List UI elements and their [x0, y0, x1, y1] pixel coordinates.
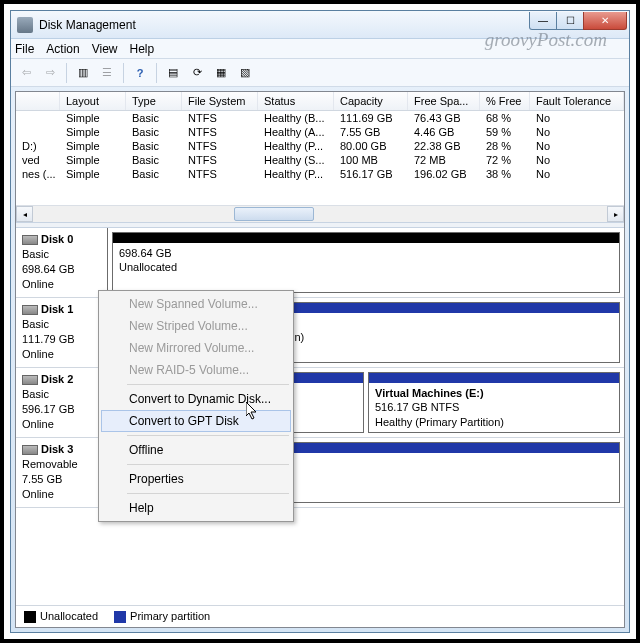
volume-box[interactable]: Virtual Machines (E:)516.17 GB NTFSHealt…	[368, 372, 620, 433]
back-button[interactable]: ⇦	[15, 62, 37, 84]
separator	[123, 63, 124, 83]
context-menu[interactable]: New Spanned Volume...New Striped Volume.…	[98, 290, 294, 522]
refresh-button[interactable]: ▤	[162, 62, 184, 84]
col-pctfree[interactable]: % Free	[480, 92, 530, 110]
disk-header[interactable]: Disk 3Removable7.55 GBOnline	[16, 438, 108, 507]
disk-icon	[22, 305, 38, 315]
menu-item-new-striped-volume: New Striped Volume...	[101, 315, 291, 337]
rescan-button[interactable]: ⟳	[186, 62, 208, 84]
scroll-track[interactable]	[33, 206, 607, 222]
menu-item-offline[interactable]: Offline	[101, 439, 291, 461]
col-freespace[interactable]: Free Spa...	[408, 92, 480, 110]
cell	[16, 125, 60, 139]
cell: 38 %	[480, 167, 530, 181]
col-fault[interactable]: Fault Tolerance	[530, 92, 624, 110]
menu-item-new-raid-5-volume: New RAID-5 Volume...	[101, 359, 291, 381]
cell: Healthy (B...	[258, 111, 334, 125]
close-button[interactable]: ✕	[583, 12, 627, 30]
volume-row[interactable]: vedSimpleBasicNTFSHealthy (S...100 MB72 …	[16, 153, 624, 167]
scroll-left-button[interactable]: ◂	[16, 206, 33, 222]
disk-row[interactable]: Disk 0Basic698.64 GBOnline698.64 GBUnall…	[16, 228, 624, 298]
volume-row[interactable]: D:)SimpleBasicNTFSHealthy (P...80.00 GB2…	[16, 139, 624, 153]
cell: 100 MB	[334, 153, 408, 167]
cell: NTFS	[182, 139, 258, 153]
cell: NTFS	[182, 153, 258, 167]
help-button[interactable]: ?	[129, 62, 151, 84]
cell: Basic	[126, 111, 182, 125]
menu-action[interactable]: Action	[46, 42, 79, 56]
column-headers[interactable]: Layout Type File System Status Capacity …	[16, 92, 624, 111]
col-capacity[interactable]: Capacity	[334, 92, 408, 110]
window-title: Disk Management	[39, 18, 530, 32]
horizontal-scrollbar[interactable]: ◂ ▸	[16, 205, 624, 222]
cell: Healthy (A...	[258, 125, 334, 139]
cell: 28 %	[480, 139, 530, 153]
cell: 80.00 GB	[334, 139, 408, 153]
disk-header[interactable]: Disk 2Basic596.17 GBOnline	[16, 368, 108, 437]
disk-icon	[22, 375, 38, 385]
menu-view[interactable]: View	[92, 42, 118, 56]
col-status[interactable]: Status	[258, 92, 334, 110]
menu-item-convert-to-gpt-disk[interactable]: Convert to GPT Disk	[101, 410, 291, 432]
volume-color-bar	[369, 373, 619, 383]
more-button[interactable]: ▧	[234, 62, 256, 84]
scroll-thumb[interactable]	[234, 207, 314, 221]
minimize-button[interactable]: —	[529, 12, 557, 30]
cell: Simple	[60, 125, 126, 139]
volume-info: Virtual Machines (E:)516.17 GB NTFSHealt…	[369, 383, 619, 432]
volume-box[interactable]: 698.64 GBUnallocated	[112, 232, 620, 293]
menu-file[interactable]: File	[15, 42, 34, 56]
menu-bar: File Action View Help	[11, 39, 629, 59]
cell: 76.43 GB	[408, 111, 480, 125]
cell: 516.17 GB	[334, 167, 408, 181]
cell: 22.38 GB	[408, 139, 480, 153]
cell: Basic	[126, 167, 182, 181]
volume-row[interactable]: nes (...SimpleBasicNTFSHealthy (P...516.…	[16, 167, 624, 181]
menu-separator	[127, 435, 289, 436]
cell: ved	[16, 153, 60, 167]
menu-item-convert-to-dynamic-disk[interactable]: Convert to Dynamic Disk...	[101, 388, 291, 410]
cell: nes (...	[16, 167, 60, 181]
cell: 72 %	[480, 153, 530, 167]
menu-separator	[127, 464, 289, 465]
cell: 72 MB	[408, 153, 480, 167]
scroll-right-button[interactable]: ▸	[607, 206, 624, 222]
properties-button[interactable]: ☰	[96, 62, 118, 84]
volume-row[interactable]: SimpleBasicNTFSHealthy (A...7.55 GB4.46 …	[16, 125, 624, 139]
legend-unallocated: Unallocated	[40, 610, 98, 622]
app-icon	[17, 17, 33, 33]
cell: 111.69 GB	[334, 111, 408, 125]
disk-icon	[22, 445, 38, 455]
cell: Basic	[126, 125, 182, 139]
cell: 196.02 GB	[408, 167, 480, 181]
title-bar[interactable]: Disk Management — ☐ ✕	[11, 11, 629, 39]
cell: Simple	[60, 139, 126, 153]
cell: No	[530, 153, 624, 167]
cell: No	[530, 139, 624, 153]
cell: 7.55 GB	[334, 125, 408, 139]
legend-swatch-primary	[114, 611, 126, 623]
disk-header[interactable]: Disk 1Basic111.79 GBOnline	[16, 298, 108, 367]
col-type[interactable]: Type	[126, 92, 182, 110]
disk-header[interactable]: Disk 0Basic698.64 GBOnline	[16, 228, 108, 297]
menu-item-new-mirrored-volume: New Mirrored Volume...	[101, 337, 291, 359]
cell: NTFS	[182, 167, 258, 181]
menu-item-properties[interactable]: Properties	[101, 468, 291, 490]
disk-icon	[22, 235, 38, 245]
menu-help[interactable]: Help	[130, 42, 155, 56]
col-layout[interactable]: Layout	[60, 92, 126, 110]
col-filesystem[interactable]: File System	[182, 92, 258, 110]
menu-item-new-spanned-volume: New Spanned Volume...	[101, 293, 291, 315]
cell: D:)	[16, 139, 60, 153]
volume-list[interactable]: Layout Type File System Status Capacity …	[16, 92, 624, 222]
maximize-button[interactable]: ☐	[556, 12, 584, 30]
forward-button[interactable]: ⇨	[39, 62, 61, 84]
settings-button[interactable]: ▦	[210, 62, 232, 84]
cell: NTFS	[182, 111, 258, 125]
col-icon[interactable]	[16, 92, 60, 110]
menu-item-help[interactable]: Help	[101, 497, 291, 519]
toolbar: ⇦ ⇨ ▥ ☰ ? ▤ ⟳ ▦ ▧	[11, 59, 629, 87]
volume-row[interactable]: SimpleBasicNTFSHealthy (B...111.69 GB76.…	[16, 111, 624, 125]
cell: Basic	[126, 153, 182, 167]
show-hide-tree-button[interactable]: ▥	[72, 62, 94, 84]
